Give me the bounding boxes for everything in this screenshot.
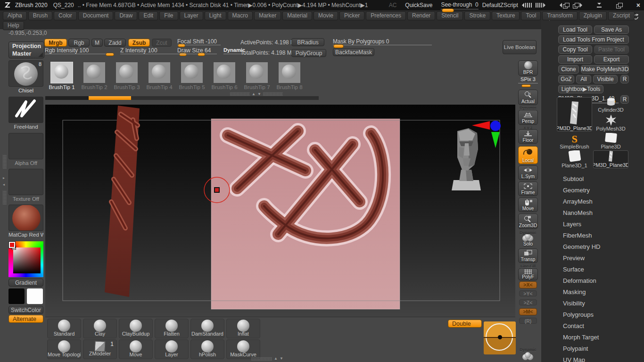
lightbox-tools-button[interactable]: Lightbox▶Tools [558, 85, 603, 93]
section-masking[interactable]: Masking [541, 287, 644, 298]
brush-hpolish[interactable]: hPolish [190, 339, 224, 359]
zcut-button[interactable]: Zcut [152, 39, 172, 47]
menu-picker[interactable]: Picker [339, 11, 364, 20]
section-visibility[interactable]: Visibility [541, 298, 644, 309]
menu-draw[interactable]: Draw [115, 11, 137, 20]
floor-button[interactable]: Floor [518, 129, 538, 144]
undo-history-right-icon[interactable] [536, 3, 545, 8]
tool-item-polymesh3d[interactable]: PolyMesh3D [593, 114, 628, 132]
projection-master-button[interactable]: Projection Master [8, 41, 44, 58]
saturation-value-square[interactable] [13, 247, 41, 273]
current-brush-chisel[interactable]: 8 Chisel [8, 60, 43, 93]
m-button[interactable]: M [91, 39, 103, 47]
m-symmetry-toggle[interactable]: >M< [519, 308, 537, 315]
menu-preferences[interactable]: Preferences [366, 11, 406, 20]
section-arraymesh[interactable]: ArrayMesh [541, 196, 644, 207]
brushtip-3[interactable]: BrushTip 3 [112, 62, 141, 90]
rgb-intensity-slider[interactable]: Rgb Intensity 100 [45, 47, 113, 54]
brushtip-scroll-down-icon[interactable]: ▼ [257, 92, 261, 96]
radial-symmetry-toggle[interactable]: (R) [519, 318, 537, 324]
section-morph-target[interactable]: Morph Target [541, 332, 644, 343]
tool-item-current[interactable]: PM3D_Plane3D [557, 97, 592, 132]
brushtip-scroll-right[interactable] [263, 92, 283, 96]
menu-material[interactable]: Material [282, 11, 312, 20]
tool-item-plane3d[interactable]: Plane3D [593, 133, 628, 149]
local-button[interactable]: Local [518, 146, 538, 164]
bpr-button[interactable]: BPR [518, 60, 538, 76]
section-layers[interactable]: Layers [541, 219, 644, 230]
x-symmetry-toggle[interactable]: >X< [519, 281, 537, 288]
goz-r-button[interactable]: R [620, 75, 629, 83]
section-contact[interactable]: Contact [541, 321, 644, 332]
z-symmetry-toggle[interactable]: >Z< [519, 299, 537, 305]
brushtip-2[interactable]: BrushTip 2 [80, 62, 109, 90]
tray-scroll-down-icon[interactable]: ▼ [280, 357, 283, 361]
move-view-button[interactable]: Move [518, 197, 538, 212]
menu-stroke[interactable]: Stroke [464, 11, 490, 20]
current-stroke-freehand[interactable]: FreeHand [8, 97, 43, 130]
live-boolean-button[interactable]: Live Boolean [503, 40, 537, 54]
tray-scroll-strip[interactable] [251, 357, 272, 361]
spix-handle[interactable] [521, 84, 531, 87]
menu-file[interactable]: File [159, 11, 178, 20]
section-uv-map[interactable]: UV Map [541, 354, 644, 362]
paste-tool-button[interactable]: Paste Tool [594, 45, 629, 54]
menu-zscript[interactable]: Zscript [608, 11, 635, 20]
menu-marker[interactable]: Marker [254, 11, 281, 20]
left-tray-scroll-2[interactable] [3, 190, 7, 205]
actual-button[interactable]: x1 Actual [518, 90, 538, 105]
menu-transform[interactable]: Transform [542, 11, 577, 20]
section-geometry[interactable]: Geometry [541, 185, 644, 196]
texture-selector[interactable]: Texture Off [8, 169, 43, 202]
see-through-slider[interactable]: See-through 0 [441, 1, 478, 9]
draw-size-slider[interactable]: Draw Size 64 [177, 47, 217, 54]
brushtip-5[interactable]: BrushTip 5 [177, 62, 206, 90]
left-tray-close-icon[interactable]: ◂ [3, 183, 5, 187]
menu-light[interactable]: Light [205, 11, 226, 20]
brushtip-4[interactable]: BrushTip 4 [145, 62, 174, 90]
brushtip-1[interactable]: BrushTip 1 [47, 62, 76, 90]
alternate-button[interactable]: Alternate [8, 315, 43, 323]
zadd-button[interactable]: Zadd [104, 39, 126, 47]
section-preview[interactable]: Preview [541, 253, 644, 264]
persp-button[interactable]: Persp [518, 110, 538, 125]
solo-button[interactable]: Solo [518, 234, 538, 247]
next-document-icon[interactable] [573, 3, 582, 8]
all-button[interactable]: All [576, 75, 591, 83]
section-fibermesh[interactable]: FiberMesh [541, 230, 644, 241]
main-color-swatch[interactable] [8, 288, 25, 304]
tool-item-simplebrush[interactable]: S SimpleBrush [557, 133, 592, 149]
polygroup-button[interactable]: PolyGroup [291, 49, 326, 57]
section-nanomesh[interactable]: NanoMesh [541, 207, 644, 219]
menu-stencil[interactable]: Stencil [437, 11, 463, 20]
prev-document-icon[interactable] [560, 3, 569, 8]
tray-scroll-up-icon[interactable]: ▲ [274, 357, 278, 361]
menu-zplugin[interactable]: Zplugin [579, 11, 607, 20]
see-through-handle[interactable] [442, 8, 454, 12]
menu-tool[interactable]: Tool [521, 11, 541, 20]
left-tray-scroll[interactable] [3, 155, 7, 169]
frame-button[interactable]: Frame [518, 181, 538, 196]
tool-item-pm3d-plane3d[interactable]: PM3D_Plane3D [593, 150, 628, 168]
sculpt-canvas[interactable]: .halo{stroke:rgba(242,220,222,.8);stroke… [45, 105, 515, 317]
brushtip-scrollbar[interactable] [45, 96, 319, 100]
lsym-button[interactable]: L.Sym [518, 165, 538, 180]
make-polymesh3d-button[interactable]: Make PolyMesh3D [581, 65, 629, 74]
brushtip-6[interactable]: BrushTip 6 [210, 62, 239, 90]
tool-item-cylinder3d[interactable]: Cylinder3D [593, 97, 628, 113]
rgb-intensity-handle[interactable] [106, 53, 114, 56]
load-tools-from-project-button[interactable]: Load Tools From Project [558, 35, 629, 44]
secondary-color-swatch[interactable] [27, 288, 43, 304]
left-tray-open-icon[interactable]: ▸ [3, 176, 5, 180]
menu-macro[interactable]: Macro [228, 11, 253, 20]
tool-item-plane3d-1[interactable]: Plane3D_1 [557, 150, 592, 168]
menu-layer[interactable]: Layer [180, 11, 203, 20]
mrgb-button[interactable]: Mrgb [44, 39, 67, 47]
bottom-partial-button[interactable] [518, 352, 538, 362]
clone-button[interactable]: Clone [558, 65, 579, 74]
default-zscript-button[interactable]: DefaultZScript [482, 2, 518, 8]
zoom3d-button[interactable]: Zoom3D [518, 214, 538, 229]
section-polygroups[interactable]: Polygroups [541, 309, 644, 321]
mask-by-polygroups-handle[interactable] [333, 44, 344, 48]
copy-tool-button[interactable]: Copy Tool [558, 45, 592, 54]
